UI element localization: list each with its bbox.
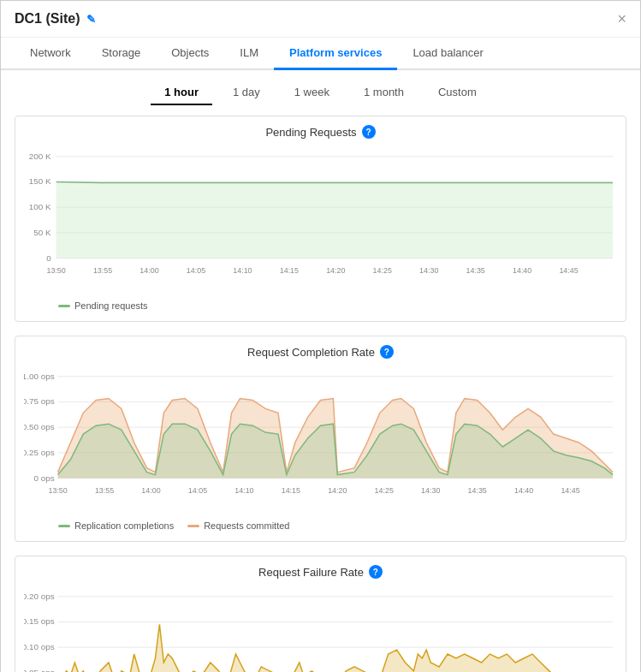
svg-text:14:05: 14:05 [187, 266, 205, 275]
svg-text:0 ops: 0 ops [33, 473, 54, 483]
svg-text:200 K: 200 K [29, 152, 51, 161]
svg-text:14:20: 14:20 [326, 266, 345, 275]
time-1day[interactable]: 1 day [219, 80, 274, 105]
failure-rate-panel: Request Failure Rate ? 0.20 ops 0.15 ops… [15, 556, 626, 672]
time-1week[interactable]: 1 week [281, 80, 343, 105]
svg-text:0.05 ops: 0.05 ops [24, 668, 55, 672]
svg-text:1.00 ops: 1.00 ops [24, 372, 55, 381]
main-window: DC1 (Site) ✎ × Network Storage Objects I… [0, 0, 641, 672]
legend-requests-committed: Requests committed [187, 520, 289, 531]
pending-requests-legend: Pending requests [24, 295, 617, 312]
tabs-navigation: Network Storage Objects ILM Platform ser… [1, 38, 640, 70]
pending-requests-chart: 200 K 150 K 100 K 50 K 0 13:50 [24, 146, 617, 295]
charts-area: Pending Requests ? 200 K 150 K 100 K 50 … [1, 116, 640, 672]
svg-text:13:50: 13:50 [46, 266, 65, 275]
completion-rate-title: Request Completion Rate ? [24, 345, 617, 359]
tab-network[interactable]: Network [15, 38, 86, 70]
completion-rate-panel: Request Completion Rate ? 1.00 ops 0.75 … [15, 336, 626, 542]
pending-requests-panel: Pending Requests ? 200 K 150 K 100 K 50 … [15, 116, 626, 322]
title-label: DC1 (Site) [15, 11, 80, 27]
time-1hour[interactable]: 1 hour [151, 80, 212, 105]
time-custom[interactable]: Custom [424, 80, 490, 105]
svg-text:14:35: 14:35 [468, 486, 487, 495]
tab-ilm[interactable]: ILM [224, 38, 274, 70]
svg-text:14:35: 14:35 [466, 266, 485, 275]
svg-text:14:10: 14:10 [234, 486, 253, 495]
svg-text:14:05: 14:05 [188, 486, 207, 495]
svg-text:150 K: 150 K [29, 176, 51, 186]
completion-rate-help-icon[interactable]: ? [380, 345, 394, 359]
svg-text:13:55: 13:55 [93, 266, 112, 275]
time-navigation: 1 hour 1 day 1 week 1 month Custom [1, 70, 640, 116]
svg-text:0.10 ops: 0.10 ops [24, 642, 55, 651]
svg-text:14:40: 14:40 [514, 486, 533, 495]
svg-text:0.75 ops: 0.75 ops [24, 396, 55, 406]
tab-platform-services[interactable]: Platform services [274, 38, 397, 70]
svg-text:13:50: 13:50 [48, 486, 67, 495]
edit-icon[interactable]: ✎ [86, 13, 96, 26]
svg-text:0: 0 [46, 253, 51, 263]
completion-rate-chart: 1.00 ops 0.75 ops 0.50 ops 0.25 ops 0 op… [24, 366, 617, 515]
failure-rate-chart: 0.20 ops 0.15 ops 0.10 ops 0.05 ops 0 op… [24, 586, 617, 672]
svg-text:14:15: 14:15 [282, 486, 300, 495]
legend-color-replication [58, 525, 70, 527]
title-bar: DC1 (Site) ✎ × [1, 1, 640, 38]
legend-pending-requests: Pending requests [58, 300, 148, 311]
svg-text:100 K: 100 K [29, 202, 51, 211]
svg-text:0.50 ops: 0.50 ops [24, 422, 55, 431]
failure-rate-help-icon[interactable]: ? [369, 565, 383, 579]
svg-text:14:00: 14:00 [139, 266, 158, 275]
close-button[interactable]: × [617, 11, 626, 27]
svg-text:14:10: 14:10 [233, 266, 252, 275]
svg-text:0.25 ops: 0.25 ops [24, 448, 55, 457]
svg-text:14:25: 14:25 [375, 486, 394, 495]
svg-text:0.15 ops: 0.15 ops [24, 616, 55, 626]
tab-storage[interactable]: Storage [86, 38, 157, 70]
svg-text:14:30: 14:30 [421, 486, 440, 495]
failure-rate-title: Request Failure Rate ? [24, 565, 617, 579]
svg-text:14:45: 14:45 [561, 486, 579, 495]
window-title: DC1 (Site) ✎ [15, 11, 96, 27]
legend-color-pending [58, 305, 70, 307]
pending-requests-title: Pending Requests ? [24, 125, 617, 139]
svg-text:14:40: 14:40 [513, 266, 531, 275]
svg-text:0.20 ops: 0.20 ops [24, 592, 55, 601]
svg-text:50 K: 50 K [33, 228, 51, 237]
completion-rate-legend: Replication completions Requests committ… [24, 515, 617, 532]
tab-objects[interactable]: Objects [156, 38, 224, 70]
time-1month[interactable]: 1 month [350, 80, 418, 105]
legend-color-committed [187, 525, 199, 527]
svg-text:14:15: 14:15 [280, 266, 299, 275]
tab-load-balancer[interactable]: Load balancer [397, 38, 498, 70]
legend-replication-completions: Replication completions [58, 520, 174, 531]
svg-text:13:55: 13:55 [95, 486, 114, 495]
svg-text:14:30: 14:30 [419, 266, 438, 275]
svg-text:14:20: 14:20 [328, 486, 347, 495]
svg-text:14:25: 14:25 [373, 266, 392, 275]
svg-text:14:45: 14:45 [559, 266, 578, 275]
pending-requests-help-icon[interactable]: ? [362, 125, 376, 139]
svg-text:14:00: 14:00 [141, 486, 160, 495]
